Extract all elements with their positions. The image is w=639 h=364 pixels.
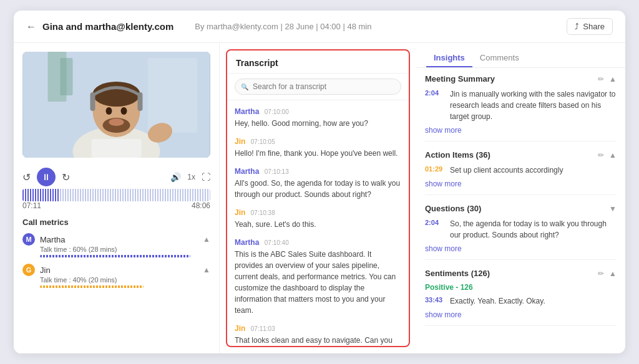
participant-name-jin: Jin	[40, 266, 198, 275]
talk-metric-martha: Talk time : 60% (28 mins)	[22, 246, 210, 253]
message-block-1: Jin 07:10:05 Hello! I'm fine, thank you.…	[235, 135, 401, 159]
participant-name-martha: Martha	[40, 235, 198, 244]
insight-time-question-0: 2:04	[425, 219, 445, 226]
call-metrics-section: Call metrics M Martha ▲ Talk time : 60% …	[22, 218, 210, 288]
edit-icon-summary[interactable]: ✏	[598, 75, 604, 84]
svg-rect-15	[92, 139, 142, 158]
message-speaker-0: Martha 07:10:00	[235, 105, 401, 117]
section-actions-actions: ✏ ▲	[598, 151, 617, 160]
avatar-martha: M	[22, 233, 35, 246]
playback-controls: ↺ ⏸ ↻ 🔊 1x ⛶ 07:11 48:06	[22, 165, 210, 210]
section-actions-summary: ✏ ▲	[598, 75, 617, 84]
page-title: Gina and martha@klenty.com	[42, 21, 173, 32]
message-text-5: That looks clean and easy to navigate. C…	[235, 335, 401, 346]
header-left: ← Gina and martha@klenty.com By martha@k…	[26, 21, 371, 32]
insight-text-question-0: So, the agenda for today is to walk you …	[450, 218, 617, 241]
svg-point-9	[121, 107, 127, 115]
edit-icon-actions[interactable]: ✏	[598, 151, 604, 160]
insight-time-sentiment-0: 33:43	[425, 296, 445, 304]
header-meta: By martha@klenty.com | 28 June | 04:00 |…	[195, 22, 371, 31]
transcript-panel: Transcript Martha 07:10:00 Hey, hello. G…	[226, 49, 410, 347]
talk-bar-jin	[40, 285, 144, 288]
section-title-questions: Questions (30)	[425, 204, 481, 213]
speed-label[interactable]: 1x	[187, 173, 195, 181]
share-icon: ⤴	[575, 22, 579, 31]
section-title-sentiments: Sentiments (126)	[425, 269, 490, 278]
current-time: 07:11	[22, 201, 41, 210]
svg-point-8	[106, 107, 112, 115]
section-actions-sentiments: ✏ ▲	[598, 269, 617, 278]
rewind-button[interactable]: ↺	[22, 171, 31, 183]
section-actions-questions: ▼	[609, 204, 617, 213]
message-block-4: Martha 07:10:40 This is the ABC Sales Su…	[235, 236, 401, 316]
share-button[interactable]: ⤴ Share	[567, 18, 613, 35]
search-icon-wrap	[235, 79, 401, 95]
show-more-sentiments[interactable]: show more	[425, 310, 617, 319]
insight-time-action-0: 01:29	[425, 165, 445, 173]
page-header: ← Gina and martha@klenty.com By martha@k…	[14, 11, 625, 43]
section-header-sentiments: Sentiments (126) ✏ ▲	[425, 269, 617, 278]
show-more-questions[interactable]: show more	[425, 244, 617, 253]
talk-bar-martha	[40, 255, 190, 257]
video-frame	[22, 52, 210, 158]
insight-item-sentiment-0: 33:43 Exactly. Yeah. Exactly. Okay.	[425, 295, 617, 307]
transcript-header: Transcript	[227, 50, 409, 74]
message-block-2: Martha 07:10:13 All's good. So, the agen…	[235, 165, 401, 200]
message-speaker-3: Jin 07:10:38	[235, 206, 401, 218]
collapse-icon-questions[interactable]: ▼	[609, 204, 617, 213]
message-block-3: Jin 07:10:38 Yeah, sure. Let's do this.	[235, 206, 401, 230]
transcript-messages: Martha 07:10:00 Hey, hello. Good morning…	[227, 100, 409, 346]
volume-icon: 🔊	[170, 172, 181, 182]
video-thumbnail[interactable]	[22, 52, 210, 158]
insight-item-action-0: 01:29 Set up client accounts accordingly	[425, 165, 617, 176]
svg-point-11	[109, 118, 124, 126]
section-title-summary: Meeting Summary	[425, 74, 495, 84]
transcript-search-input[interactable]	[235, 79, 401, 95]
total-time: 48:06	[192, 201, 210, 210]
fullscreen-icon[interactable]: ⛶	[202, 172, 210, 182]
avatar-jin: G	[22, 264, 35, 276]
section-title-actions: Action Items (36)	[425, 150, 490, 160]
section-meeting-summary: Meeting Summary ✏ ▲ 2:04 Jin is manually…	[425, 74, 617, 141]
message-text-2: All's good. So, the agenda for today is …	[235, 178, 401, 200]
insight-text-action-0: Set up client accounts accordingly	[450, 165, 563, 176]
forward-button[interactable]: ↻	[62, 171, 70, 183]
collapse-icon-actions[interactable]: ▲	[609, 151, 617, 160]
edit-icon-sentiments[interactable]: ✏	[598, 269, 604, 278]
insight-item-summary-0: 2:04 Jin is manually working with the sa…	[425, 89, 617, 122]
waveform[interactable]	[22, 189, 210, 201]
svg-rect-2	[148, 58, 198, 133]
insights-panel: Insights Comments Meeting Summary ✏ ▲ 2:…	[416, 43, 625, 353]
message-text-3: Yeah, sure. Let's do this.	[235, 219, 401, 230]
section-sentiments: Sentiments (126) ✏ ▲ Positive - 126 33:4…	[425, 269, 617, 326]
participant-row-jin: G Jin ▲	[22, 264, 210, 276]
message-text-4: This is the ABC Sales Suite dashboard. I…	[235, 249, 401, 316]
svg-point-7	[93, 82, 140, 107]
collapse-icon-summary[interactable]: ▲	[609, 75, 617, 84]
message-speaker-1: Jin 07:10:05	[235, 135, 401, 146]
insight-item-question-0: 2:04 So, the agenda for today is to walk…	[425, 218, 617, 241]
chevron-up-martha[interactable]: ▲	[203, 235, 210, 244]
section-header-questions: Questions (30) ▼	[425, 204, 617, 213]
message-speaker-5: Jin 07:11:03	[235, 322, 401, 333]
pause-button[interactable]: ⏸	[37, 168, 56, 186]
message-block-0: Martha 07:10:00 Hey, hello. Good morning…	[235, 105, 401, 129]
message-text-0: Hey, hello. Good morning, how are you?	[235, 118, 401, 129]
insights-content: Meeting Summary ✏ ▲ 2:04 Jin is manually…	[416, 68, 625, 353]
positive-label: Positive - 126	[425, 283, 617, 292]
message-speaker-4: Martha 07:10:40	[235, 236, 401, 247]
show-more-summary[interactable]: show more	[425, 126, 617, 135]
insights-tabs: Insights Comments	[416, 43, 625, 68]
insight-text-summary-0: Jin is manually working with the sales n…	[450, 89, 617, 122]
section-action-items: Action Items (36) ✏ ▲ 01:29 Set up clien…	[425, 150, 617, 195]
tab-insights[interactable]: Insights	[426, 49, 472, 67]
back-button[interactable]: ←	[26, 21, 36, 32]
tab-comments[interactable]: Comments	[472, 49, 527, 67]
call-metrics-title: Call metrics	[22, 218, 210, 227]
section-questions: Questions (30) ▼ 2:04 So, the agenda for…	[425, 204, 617, 260]
show-more-actions[interactable]: show more	[425, 180, 617, 188]
chevron-up-jin[interactable]: ▲	[203, 266, 210, 274]
insight-time-summary-0: 2:04	[425, 89, 445, 97]
participant-row-martha: M Martha ▲	[22, 233, 210, 246]
collapse-icon-sentiments[interactable]: ▲	[609, 269, 617, 278]
